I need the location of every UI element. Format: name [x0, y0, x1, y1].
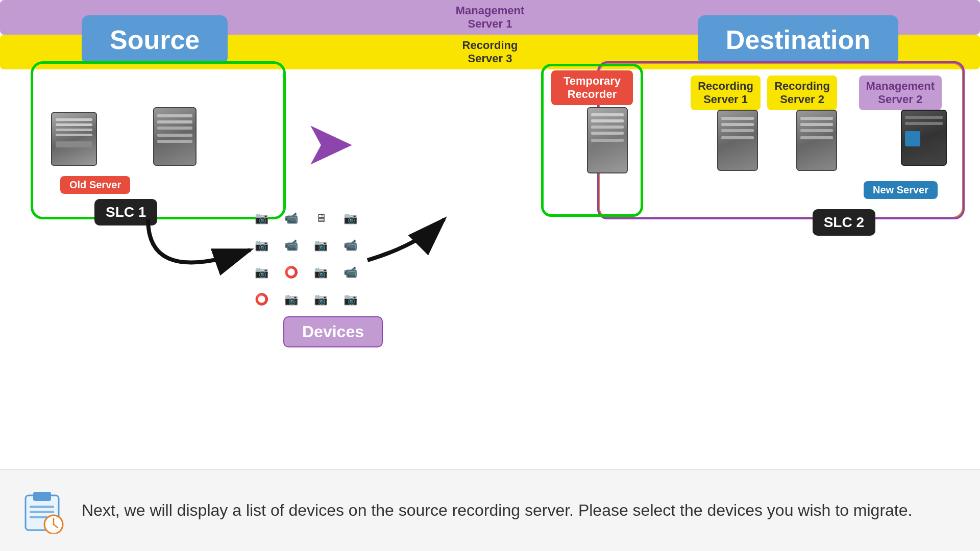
- mgmt-server-1-icon: [51, 112, 97, 166]
- camera-icon-3: 🖥: [309, 209, 332, 227]
- bottom-info-text: Next, we will display a list of devices …: [82, 499, 912, 522]
- rec-server-2-label: RecordingServer 2: [767, 76, 837, 110]
- svg-rect-4: [30, 511, 54, 513]
- info-icon: [20, 488, 66, 534]
- destination-label: Destination: [698, 15, 898, 64]
- bottom-bar: Next, we will display a list of devices …: [0, 469, 980, 551]
- camera-icon-9: 📷: [250, 263, 273, 281]
- rec-server-1-icon: [717, 110, 758, 171]
- svg-rect-3: [30, 506, 54, 508]
- camera-icon-16: 📷: [339, 290, 362, 308]
- migration-arrow: ➤: [304, 112, 355, 173]
- temp-recorder-label: TemporaryRecorder: [551, 70, 633, 105]
- camera-icon-8: 📹: [339, 236, 362, 254]
- camera-icon-15: 📷: [309, 290, 332, 308]
- camera-icon-10: ⭕: [280, 263, 303, 281]
- slc2-badge: SLC 2: [813, 209, 875, 236]
- svg-rect-5: [30, 516, 47, 518]
- camera-icon-4: 📷: [339, 209, 362, 227]
- mgmt-server-2-label: ManagementServer 2: [859, 76, 942, 110]
- temp-recorder-icon: [587, 107, 628, 173]
- camera-icon-11: 📷: [309, 263, 332, 281]
- rec-server-3-icon: [153, 107, 197, 166]
- source-label: Source: [82, 15, 228, 64]
- new-server-badge: New Server: [864, 181, 938, 199]
- camera-icon-2: 📹: [280, 209, 303, 227]
- rec-server-1-label: RecordingServer 1: [691, 76, 761, 110]
- camera-icon-6: 📹: [280, 236, 303, 254]
- svg-rect-2: [33, 492, 51, 501]
- camera-icon-5: 📷: [250, 236, 273, 254]
- old-server-badge: Old Server: [60, 176, 130, 194]
- camera-icon-14: 📷: [280, 290, 303, 308]
- camera-icon-7: 📷: [309, 236, 332, 254]
- devices-label: Devices: [283, 316, 383, 347]
- rec-server-2-icon: [796, 110, 837, 171]
- camera-icon-1: 📷: [250, 209, 273, 227]
- devices-grid: 📷 📹 🖥 📷 📷 📹 📷 📹 📷 ⭕ 📷 📹 ⭕ 📷 📷 📷: [250, 209, 364, 313]
- mgmt-server-2-icon: [901, 110, 947, 166]
- camera-icon-12: 📹: [339, 263, 362, 281]
- slc1-badge: SLC 1: [94, 199, 157, 226]
- camera-icon-13: ⭕: [250, 290, 273, 308]
